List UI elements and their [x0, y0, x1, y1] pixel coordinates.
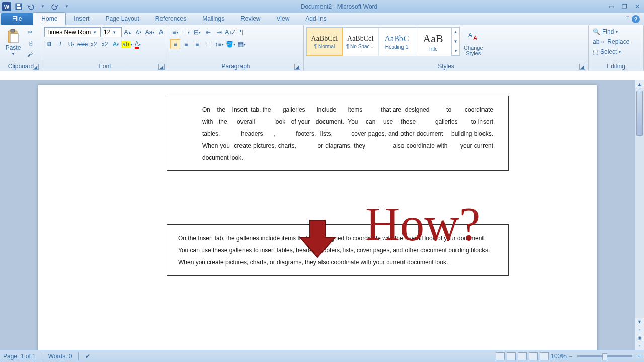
zoom-out-icon[interactable]: −	[569, 353, 572, 360]
svg-rect-2	[17, 4, 20, 6]
font-size-combo[interactable]: 12▼	[102, 27, 122, 37]
close-icon[interactable]: ✕	[633, 3, 642, 11]
svg-text:A: A	[473, 35, 477, 42]
text-box-before[interactable]: On the Insert tab, the galleries include…	[167, 96, 509, 171]
borders-icon[interactable]: ▦▾	[236, 39, 247, 49]
show-hide-marks-icon[interactable]: ¶	[236, 27, 247, 37]
strikethrough-button[interactable]: abc	[77, 39, 88, 49]
scroll-down-icon[interactable]: ▼	[635, 318, 644, 326]
browse-object-icon[interactable]: ◉	[635, 334, 644, 342]
minimize-icon[interactable]: ▭	[607, 3, 616, 11]
align-left-button[interactable]: ≡	[170, 39, 180, 49]
font-name-combo[interactable]: Times New Rom▼	[44, 27, 101, 37]
tab-home[interactable]: Home	[33, 12, 66, 25]
undo-dropdown-icon[interactable]: ▼	[38, 2, 47, 11]
text-effects-icon[interactable]: A▾	[111, 39, 121, 49]
bullets-icon[interactable]: ≡▾	[170, 27, 180, 37]
previous-page-icon[interactable]: ◦	[635, 326, 644, 334]
qat-customize-icon[interactable]: ▼	[62, 2, 71, 11]
style-title[interactable]: AaB Title	[415, 28, 451, 56]
tab-page-layout[interactable]: Page Layout	[97, 13, 147, 25]
increase-indent-icon[interactable]: ⇥	[214, 27, 224, 37]
find-button[interactable]: 🔍Find ▾	[591, 27, 620, 36]
save-icon[interactable]	[14, 2, 23, 11]
style-no-spacing[interactable]: AaBbCcI ¶ No Spaci...	[343, 28, 379, 56]
tab-insert[interactable]: Insert	[66, 13, 97, 25]
change-styles-label: Change Styles	[464, 45, 484, 56]
line-spacing-icon[interactable]: ↕≡▾	[214, 39, 224, 49]
scrollbar-track[interactable]	[635, 88, 644, 318]
shading-icon[interactable]: 🪣▾	[225, 39, 235, 49]
style-heading-1[interactable]: AaBbC Heading 1	[379, 28, 415, 56]
web-layout-view-icon[interactable]	[518, 352, 527, 360]
paragraph-launcher-icon[interactable]: ◢	[294, 64, 300, 70]
numbering-icon[interactable]: ≣▾	[181, 27, 191, 37]
align-right-button[interactable]: ≡	[192, 39, 202, 49]
change-styles-button[interactable]: AA Change Styles	[461, 27, 487, 57]
font-name-value: Times New Rom	[46, 29, 91, 36]
fullscreen-reading-view-icon[interactable]	[507, 352, 516, 360]
style-preview: AaBbC	[385, 34, 409, 43]
vertical-scrollbar[interactable]: ▲ ▼ ◦ ◉ ◦	[635, 80, 644, 350]
styles-gallery: AaBbCcI ¶ Normal AaBbCcI ¶ No Spaci... A…	[306, 27, 460, 56]
word-count-status[interactable]: Words: 0	[48, 353, 72, 360]
chevron-down-icon[interactable]: ▼	[93, 30, 97, 35]
undo-icon[interactable]	[26, 2, 35, 11]
minimize-ribbon-icon[interactable]: ˇ	[627, 16, 629, 23]
change-case-icon[interactable]: Aa▾	[145, 27, 155, 37]
sort-icon[interactable]: A↓Z	[225, 27, 235, 37]
grow-font-icon[interactable]: A▲	[123, 27, 133, 37]
draft-view-icon[interactable]	[540, 352, 549, 360]
styles-scroll-down-icon[interactable]: ▼	[452, 37, 459, 47]
font-color-icon[interactable]: A▾	[133, 39, 143, 49]
decrease-indent-icon[interactable]: ⇤	[203, 27, 213, 37]
cut-icon[interactable]: ✂	[25, 27, 35, 37]
justify-button[interactable]: ≣	[203, 39, 213, 49]
zoom-slider[interactable]	[577, 355, 632, 357]
print-layout-view-icon[interactable]	[496, 352, 505, 360]
chevron-down-icon[interactable]: ▼	[112, 30, 116, 35]
subscript-button[interactable]: x2	[89, 39, 99, 49]
next-page-icon[interactable]: ◦	[635, 342, 644, 350]
scrollbar-thumb[interactable]	[636, 90, 643, 136]
restore-icon[interactable]: ❐	[620, 3, 629, 11]
italic-button[interactable]: I	[55, 39, 65, 49]
zoom-in-icon[interactable]: +	[637, 353, 641, 360]
bold-button[interactable]: B	[44, 39, 54, 49]
styles-launcher-icon[interactable]: ◢	[579, 64, 585, 70]
shrink-font-icon[interactable]: A▼	[134, 27, 144, 37]
copy-icon[interactable]: ⎘	[25, 38, 35, 48]
superscript-button[interactable]: x2	[100, 39, 110, 49]
highlight-color-icon[interactable]: ab▾	[122, 39, 132, 49]
tab-file[interactable]: File	[1, 13, 33, 25]
tab-view[interactable]: View	[269, 13, 298, 25]
styles-scroll-up-icon[interactable]: ▲	[452, 28, 459, 37]
zoom-level-label[interactable]: 100%	[551, 353, 567, 360]
align-center-button[interactable]: ≡	[181, 39, 191, 49]
multilevel-list-icon[interactable]: ⊟▾	[192, 27, 202, 37]
document-scroll[interactable]: On the Insert tab, the galleries include…	[0, 80, 635, 350]
tab-mailings[interactable]: Mailings	[194, 13, 232, 25]
replace-button[interactable]: ab↔Replace	[591, 37, 631, 46]
proofing-status-icon[interactable]: ✔	[85, 353, 90, 360]
tab-review[interactable]: Review	[232, 13, 268, 25]
clipboard-launcher-icon[interactable]: ◢	[33, 64, 39, 70]
format-painter-icon[interactable]: 🖌	[25, 49, 35, 59]
style-normal[interactable]: AaBbCcI ¶ Normal	[306, 28, 343, 56]
tab-addins[interactable]: Add-Ins	[297, 13, 334, 25]
page-status[interactable]: Page: 1 of 1	[3, 353, 36, 360]
underline-button[interactable]: U▾	[66, 39, 76, 49]
replace-icon: ab↔	[593, 38, 605, 45]
horizontal-ruler[interactable]	[0, 71, 644, 80]
font-launcher-icon[interactable]: ◢	[158, 64, 165, 70]
scroll-up-icon[interactable]: ▲	[635, 80, 644, 88]
redo-icon[interactable]	[50, 2, 59, 11]
paste-button[interactable]: Paste▼	[2, 27, 24, 58]
help-icon[interactable]: ?	[632, 15, 640, 23]
styles-more-icon[interactable]: ▾	[452, 46, 459, 56]
page[interactable]: On the Insert tab, the galleries include…	[38, 85, 597, 350]
select-button[interactable]: ⬚Select ▾	[591, 47, 623, 56]
tab-references[interactable]: References	[147, 13, 194, 25]
outline-view-icon[interactable]	[529, 352, 538, 360]
clear-formatting-icon[interactable]: A̷	[156, 27, 166, 37]
